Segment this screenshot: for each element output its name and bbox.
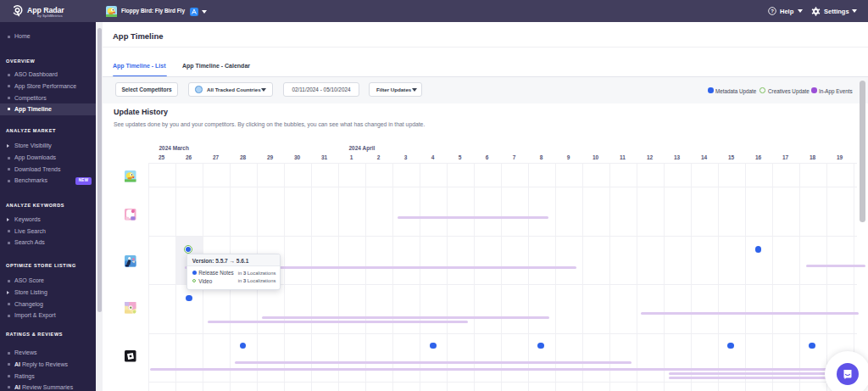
svg-text:?: ? bbox=[771, 8, 774, 14]
